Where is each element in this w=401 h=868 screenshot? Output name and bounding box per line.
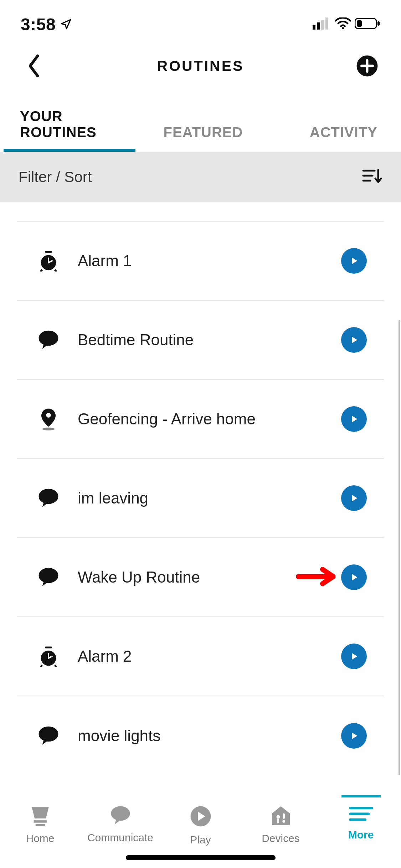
annotation-arrow-icon — [296, 566, 335, 589]
hamburger-icon — [349, 805, 374, 824]
alarm-icon — [34, 646, 63, 667]
routine-label: Geofencing - Arrive home — [63, 410, 341, 428]
svg-rect-0 — [313, 25, 315, 30]
tabs: YOUR ROUTINES FEATURED ACTIVITY — [0, 100, 401, 152]
routine-row[interactable]: movie lights — [17, 696, 384, 775]
routine-row[interactable]: Alarm 2 — [17, 617, 384, 696]
play-icon — [349, 256, 359, 266]
svg-rect-13 — [45, 251, 52, 253]
status-time: 3:58 — [21, 15, 56, 34]
play-routine-button[interactable] — [341, 248, 367, 274]
nav-label: Home — [26, 832, 54, 844]
svg-rect-33 — [277, 819, 279, 823]
play-routine-button[interactable] — [341, 723, 367, 749]
routine-label: Alarm 1 — [63, 252, 341, 270]
routine-row[interactable]: Alarm 1 — [17, 222, 384, 301]
routine-row[interactable]: Geofencing - Arrive home — [17, 380, 384, 459]
svg-rect-1 — [317, 22, 320, 30]
svg-rect-7 — [357, 20, 362, 27]
devices-icon — [270, 805, 292, 827]
svg-point-20 — [39, 489, 58, 504]
add-routine-button[interactable] — [355, 53, 380, 78]
svg-point-21 — [39, 568, 58, 583]
nav-label: Devices — [262, 832, 300, 844]
location-pin-icon — [34, 408, 63, 430]
alarm-icon — [34, 250, 63, 272]
nav-home[interactable]: Home — [0, 795, 80, 868]
filter-sort-label: Filter / Sort — [19, 169, 92, 186]
svg-point-18 — [46, 413, 51, 418]
speech-bubble-icon — [34, 488, 63, 508]
play-routine-button[interactable] — [341, 564, 367, 590]
svg-line-25 — [41, 665, 42, 667]
routine-label: Bedtime Routine — [63, 331, 341, 349]
play-icon — [349, 731, 359, 741]
svg-line-15 — [41, 270, 42, 272]
routine-row[interactable]: im leaving — [17, 459, 384, 538]
header: ROUTINES — [0, 43, 401, 100]
plus-circle-icon — [356, 55, 378, 77]
play-icon — [349, 335, 359, 345]
svg-point-4 — [342, 27, 344, 29]
play-icon — [349, 493, 359, 503]
routine-row[interactable]: Wake Up Routine — [17, 538, 384, 617]
nav-label: Play — [190, 834, 211, 846]
tab-your-routines[interactable]: YOUR ROUTINES — [4, 100, 135, 149]
play-icon — [349, 651, 359, 661]
routine-label: im leaving — [63, 489, 341, 507]
cellular-signal-icon — [313, 17, 331, 31]
svg-point-30 — [111, 806, 130, 821]
svg-rect-28 — [34, 820, 47, 823]
tab-featured[interactable]: FEATURED — [135, 116, 271, 149]
routine-label: Alarm 2 — [63, 647, 341, 665]
chevron-left-icon — [26, 53, 42, 78]
svg-point-27 — [39, 727, 58, 742]
routine-label: movie lights — [63, 727, 341, 745]
home-indicator[interactable] — [126, 855, 276, 860]
svg-point-35 — [282, 820, 285, 823]
svg-point-32 — [276, 815, 280, 819]
svg-rect-6 — [377, 21, 380, 26]
svg-rect-2 — [321, 20, 324, 30]
back-button[interactable] — [21, 53, 46, 78]
svg-rect-3 — [325, 17, 328, 30]
battery-icon — [355, 17, 380, 31]
routines-list: Alarm 1 Bedtime Routine Geofencing - Arr… — [0, 202, 401, 786]
play-routine-button[interactable] — [341, 644, 367, 669]
speech-bubble-icon — [34, 567, 63, 587]
speech-bubble-icon — [109, 805, 132, 827]
speech-bubble-icon — [34, 726, 63, 746]
speech-bubble-icon — [34, 330, 63, 350]
routine-row[interactable]: Bedtime Routine — [17, 301, 384, 380]
svg-point-17 — [39, 331, 58, 346]
location-services-icon — [60, 15, 72, 34]
play-icon — [349, 572, 359, 582]
play-routine-button[interactable] — [341, 327, 367, 353]
page-title: ROUTINES — [46, 58, 355, 74]
nav-label: Communicate — [87, 832, 153, 844]
status-bar: 3:58 — [0, 0, 401, 43]
nav-more[interactable]: More — [321, 795, 401, 868]
nav-label: More — [348, 829, 374, 841]
svg-line-26 — [55, 665, 57, 667]
play-routine-button[interactable] — [341, 406, 367, 432]
svg-line-16 — [55, 270, 57, 272]
play-icon — [349, 414, 359, 424]
tab-activity[interactable]: ACTIVITY — [271, 116, 397, 149]
svg-point-19 — [42, 428, 55, 430]
home-icon — [29, 805, 52, 827]
play-routine-button[interactable] — [341, 485, 367, 511]
svg-rect-23 — [45, 647, 52, 649]
play-circle-icon — [190, 805, 212, 829]
sort-icon — [362, 168, 382, 186]
filter-sort-bar[interactable]: Filter / Sort — [0, 152, 401, 202]
svg-rect-34 — [283, 813, 285, 819]
svg-rect-29 — [35, 824, 45, 826]
wifi-icon — [335, 17, 351, 31]
